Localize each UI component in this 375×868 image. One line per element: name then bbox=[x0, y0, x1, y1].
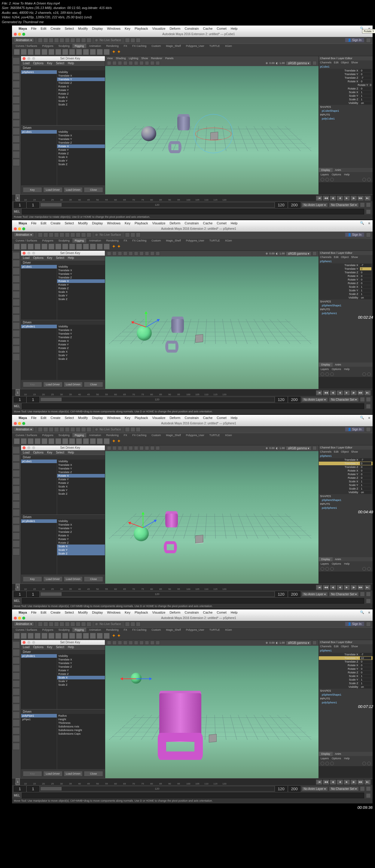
vp-toolbar-icon[interactable] bbox=[313, 251, 317, 256]
shelf-icon[interactable] bbox=[62, 633, 68, 639]
close-icon[interactable] bbox=[23, 57, 26, 60]
layer-icon[interactable] bbox=[330, 762, 334, 765]
sdk-menu-item[interactable]: Options bbox=[33, 62, 43, 65]
playback-button[interactable]: ◀ bbox=[337, 390, 343, 396]
sdk-menu-item[interactable]: Select bbox=[56, 646, 64, 649]
sdk-attr[interactable]: Rotate Y bbox=[57, 88, 105, 92]
vp-toolbar-icon[interactable] bbox=[134, 446, 138, 450]
vp-toolbar-icon[interactable] bbox=[156, 641, 160, 645]
mac-menu-item[interactable]: Modify bbox=[78, 27, 88, 30]
shelf-tab[interactable]: FX bbox=[121, 239, 130, 243]
cb-menu-item[interactable]: Show bbox=[351, 256, 358, 258]
toolbar-icon[interactable] bbox=[125, 232, 130, 237]
mac-menu-item[interactable]: Constrain bbox=[184, 611, 199, 614]
vp-toolbar-icon[interactable] bbox=[150, 61, 154, 65]
zoom-icon[interactable] bbox=[22, 33, 25, 36]
playback-button[interactable]: |◀ bbox=[316, 195, 322, 201]
app-name[interactable]: Maya bbox=[19, 416, 27, 420]
vp-toolbar-icon[interactable] bbox=[145, 61, 149, 65]
shelf-icon[interactable] bbox=[104, 244, 110, 250]
time-cursor[interactable]: 1 bbox=[16, 195, 20, 201]
options-menu[interactable]: Options bbox=[332, 173, 341, 176]
shelf-icon[interactable] bbox=[14, 633, 20, 639]
channel-row[interactable]: Translate Y0 bbox=[319, 72, 373, 76]
cb-menu-item[interactable]: Show bbox=[351, 61, 358, 64]
sdk-attr[interactable]: Translate X bbox=[57, 658, 105, 661]
script-editor-icon[interactable] bbox=[366, 598, 371, 603]
menubar-extra-icon[interactable]: 🔍 bbox=[360, 416, 364, 420]
toolbar-icon[interactable] bbox=[65, 38, 70, 43]
mac-menu-item[interactable]: Windows bbox=[107, 27, 120, 30]
close-icon[interactable] bbox=[14, 227, 17, 230]
layer-icon[interactable] bbox=[330, 372, 334, 376]
vp-toolbar-icon[interactable] bbox=[123, 641, 127, 645]
sdk-attr[interactable]: Translate X bbox=[57, 523, 105, 527]
sdk-attr[interactable]: Scale Z bbox=[57, 162, 105, 166]
sdk-attr[interactable]: Rotate Z bbox=[57, 346, 105, 350]
autokey-icon[interactable] bbox=[360, 397, 365, 402]
mac-menu-item[interactable]: Visualize bbox=[152, 416, 166, 420]
time-slider[interactable]: 5101520253035404550556065707580859095100… bbox=[12, 584, 373, 598]
mac-menu-item[interactable]: Comet bbox=[217, 416, 226, 420]
sdk-attr[interactable]: Translate Y bbox=[57, 661, 105, 665]
load-driver-button[interactable]: Load Driver bbox=[43, 576, 62, 582]
cb-object-name[interactable]: pSphere1 bbox=[319, 259, 373, 264]
shelf-icon[interactable] bbox=[97, 438, 103, 444]
tool-button[interactable] bbox=[12, 135, 20, 143]
shelf-icon[interactable] bbox=[69, 633, 75, 639]
toolbar-icon[interactable] bbox=[76, 427, 81, 432]
playback-button[interactable]: ◀◀ bbox=[323, 195, 329, 201]
shelf-icon[interactable] bbox=[62, 244, 68, 250]
menubar-extra-icon[interactable]: ≡ bbox=[368, 611, 370, 614]
mac-menu-item[interactable]: Cache bbox=[203, 611, 213, 614]
channel-row[interactable]: Scale X1 bbox=[319, 674, 373, 678]
layer-icon[interactable] bbox=[321, 178, 324, 181]
channel-row[interactable]: Scale X1 bbox=[319, 285, 373, 289]
channel-row[interactable]: Rotate X0 bbox=[319, 469, 373, 472]
mac-menu-item[interactable]: Display bbox=[92, 27, 103, 30]
mel-label[interactable]: MEL bbox=[14, 794, 20, 797]
sdk-menu-item[interactable]: Key bbox=[47, 256, 52, 259]
sdk-attr[interactable]: Rotate Y bbox=[57, 669, 105, 672]
time-slider[interactable]: 5101520253035404550556065707580859095100… bbox=[12, 778, 373, 793]
vp-toolbar-icon[interactable] bbox=[107, 61, 111, 65]
command-input[interactable] bbox=[22, 209, 364, 214]
toolbar-icon[interactable] bbox=[131, 622, 135, 626]
playback-button[interactable]: ▶| bbox=[364, 779, 371, 785]
driver-object[interactable]: pCube1 bbox=[21, 460, 57, 463]
vp-toolbar-icon[interactable] bbox=[128, 641, 133, 645]
vp-toolbar-icon[interactable] bbox=[112, 446, 117, 450]
tool-button[interactable] bbox=[12, 455, 20, 462]
tool-button[interactable] bbox=[12, 478, 20, 485]
sdk-menu-item[interactable]: Load bbox=[23, 62, 29, 65]
close-button[interactable]: Close bbox=[84, 771, 103, 776]
playback-button[interactable]: |◀ bbox=[316, 390, 322, 396]
tool-button[interactable] bbox=[12, 330, 20, 337]
sdk-attr[interactable]: Visibility bbox=[57, 70, 105, 74]
playback-button[interactable]: ◀| bbox=[329, 779, 336, 785]
vp-toolbar-icon[interactable] bbox=[150, 446, 154, 450]
cb-menu-item[interactable]: Channels bbox=[320, 61, 331, 64]
vp-toolbar-icon[interactable] bbox=[112, 61, 117, 65]
shelf-tab[interactable]: Rigging bbox=[73, 628, 87, 632]
playback-button[interactable]: |▶ bbox=[350, 779, 357, 785]
shelf-tab[interactable]: Animation bbox=[87, 628, 104, 632]
shelf-tab[interactable]: Custom bbox=[149, 239, 163, 243]
channel-row[interactable]: Scale Y1 bbox=[319, 94, 373, 98]
shelf-icon[interactable] bbox=[41, 49, 48, 55]
tool-button[interactable] bbox=[12, 462, 20, 469]
shelf-icon[interactable] bbox=[34, 49, 40, 55]
app-name[interactable]: Maya bbox=[19, 221, 27, 225]
tool-button[interactable] bbox=[12, 548, 20, 555]
shelf-icon[interactable] bbox=[62, 49, 68, 55]
tool-button[interactable] bbox=[12, 743, 20, 750]
vp-menu-item[interactable]: View bbox=[107, 57, 113, 60]
tool-button[interactable] bbox=[12, 112, 20, 119]
tool-button[interactable] bbox=[12, 338, 20, 345]
prefs-icon[interactable] bbox=[366, 786, 371, 791]
mac-menu-item[interactable]: File bbox=[31, 416, 37, 420]
channel-row[interactable]: Rotate Y0 bbox=[319, 472, 373, 476]
cb-menu-item[interactable]: Channels bbox=[320, 256, 331, 258]
mac-menu-item[interactable]: Modify bbox=[78, 416, 88, 420]
channel-row[interactable]: Translate X-7 bbox=[319, 458, 373, 462]
